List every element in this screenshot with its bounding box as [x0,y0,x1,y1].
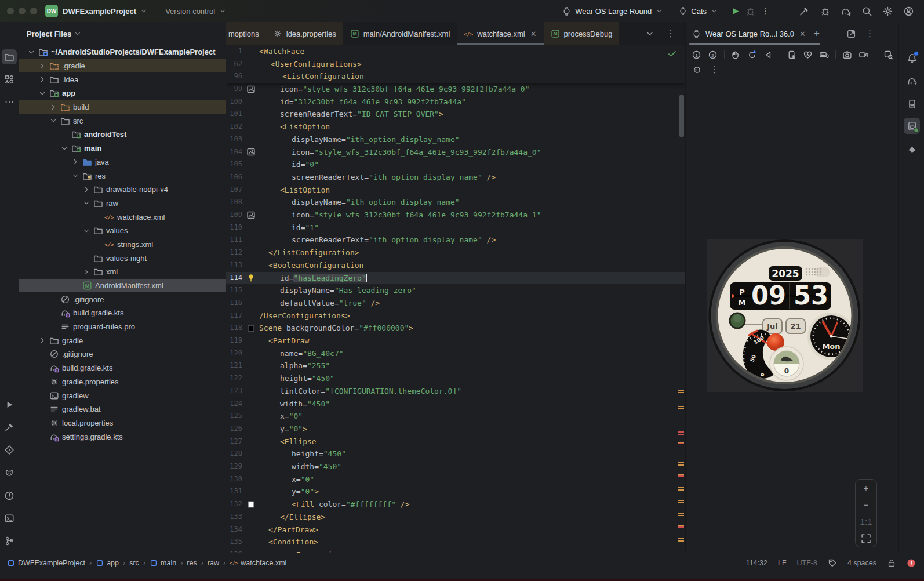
chevron-right-icon[interactable] [38,336,46,344]
chevron-down-icon[interactable] [82,227,90,235]
settings-button[interactable] [880,3,895,19]
chevron-right-icon[interactable] [38,62,46,70]
more-tools-button[interactable] [2,95,17,110]
tree-item-build.gradle.kts[interactable]: Kbuild.gradle.kts [19,306,226,320]
error-stripe-mark[interactable] [678,474,684,478]
tree-item-build.gradle.kts[interactable]: Kbuild.gradle.kts [19,361,226,375]
tree-item-build[interactable]: build [19,100,226,114]
code-editor[interactable]: 99icon="style_wfs_312c30bf_f64a_461e_9c9… [226,45,685,553]
error-indicator-icon[interactable] [907,558,916,568]
chevron-right-icon[interactable] [82,186,90,194]
tree-item-watchface.xml[interactable]: </>watchface.xml [19,210,226,224]
line-number[interactable]: 136 [226,549,242,553]
line-number[interactable]: 104 [226,146,242,159]
error-stripe-mark[interactable] [678,462,684,466]
breadcrumb-item-app[interactable]: app [96,559,119,567]
caret-position[interactable]: 114:32 [746,559,767,567]
logcat-tool-button[interactable] [2,466,17,481]
line-number[interactable]: 117 [226,310,242,322]
add-device-tab-button[interactable]: + [812,28,822,39]
encoding[interactable]: UTF-8 [797,559,817,567]
tree-item-androidstudioprojectsdwfexampleproject[interactable]: ~/AndroidStudioProjects/DWFExampleProjec… [19,45,226,59]
account-button[interactable] [901,3,916,19]
line-number[interactable]: 119 [226,335,242,347]
open-in-window-icon[interactable] [846,29,856,39]
phone-gear-button[interactable] [784,48,798,61]
editor-tab-idea.properties[interactable]: idea.properties [266,22,343,45]
tree-item-.gitignore[interactable]: .gitignore [19,292,226,306]
error-stripe-mark[interactable] [678,442,684,445]
macos-traffic-lights[interactable] [7,8,37,14]
run-tool-button[interactable] [2,397,17,412]
chevron-right-icon[interactable] [38,75,46,83]
line-number[interactable]: 103 [226,133,242,146]
tree-item-local.properties[interactable]: local.properties [19,416,226,430]
tree-item-.gradle[interactable]: .gradle [19,59,226,73]
editor-scrollbar-thumb[interactable] [679,95,684,137]
chevron-right-icon[interactable] [71,158,79,166]
line-number[interactable]: 116 [226,297,242,310]
line-number[interactable]: 100 [226,96,242,108]
chevron-right-icon[interactable] [49,103,57,111]
zoom-to-fit-button[interactable] [860,533,872,544]
line-number[interactable]: 131 [226,485,242,498]
line-number[interactable]: 126 [226,423,242,435]
emulator-screen[interactable]: 2025 P M 09 53 Jul 21 Mon [707,239,863,392]
tree-item-gradle[interactable]: gradle [19,333,226,347]
device-selector[interactable]: Wear OS Large Round [557,3,668,19]
breadcrumb-item-res[interactable]: res [187,559,197,567]
image-preview-gutter-icon[interactable] [246,210,256,220]
vcs-menu[interactable]: Version control [161,3,231,19]
chevron-down-icon[interactable] [38,89,46,97]
line-number[interactable]: 124 [226,398,242,411]
tree-item-androidtest[interactable]: androidTest [19,128,226,141]
version-control-tool-button[interactable] [2,533,17,549]
chevron-down-icon[interactable] [27,48,35,56]
close-device-tab-icon[interactable]: ✕ [799,30,806,38]
editor-tab-watchface.xml[interactable]: </>watchface.xml✕ [457,22,543,45]
zoom-in-button[interactable]: + [860,482,872,494]
line-number[interactable]: 106 [226,171,242,184]
camera-button[interactable] [840,48,854,61]
hide-panel-button[interactable]: — [883,29,892,39]
debug-bug-button[interactable] [817,3,832,19]
tree-item-app[interactable]: app [19,86,226,100]
gradle-tool-button[interactable] [904,72,920,89]
line-number[interactable]: 96 [226,70,242,83]
notifications-button[interactable] [904,50,920,66]
chevron-down-icon[interactable] [49,117,57,125]
highlighting-level-icon[interactable] [828,558,837,568]
project-menu[interactable]: DWFExampleProject [58,3,152,19]
run-configuration-selector[interactable]: Cats [674,3,723,19]
device-tab[interactable]: Wear OS Large Ro...l 36.0 ✕ [692,29,806,39]
line-number[interactable]: 125 [226,410,242,423]
close-tab-icon[interactable]: ✕ [530,30,537,38]
rotate-button[interactable] [745,48,759,61]
tree-item-raw[interactable]: raw [19,197,226,210]
error-stripe-mark[interactable] [678,390,684,393]
tree-item-res[interactable]: res [19,169,226,183]
line-number[interactable]: 105 [226,158,242,171]
tab-list-dropdown-icon[interactable] [645,29,654,38]
breadcrumb-item-raw[interactable]: raw [208,559,219,567]
line-number[interactable]: 102 [226,121,242,133]
image-preview-gutter-icon[interactable] [246,147,256,157]
editor-tab-main-androidmanifest.xml[interactable]: Mmain/AndroidManifest.xml [343,22,457,45]
video-button[interactable] [856,48,870,61]
gradle-sync-button[interactable] [838,3,853,19]
color-swatch-gutter-icon[interactable] [246,500,256,509]
chevron-right-icon[interactable] [82,268,90,276]
debug-button[interactable] [743,3,758,19]
line-number[interactable]: 134 [226,524,242,536]
line-number[interactable]: 123 [226,385,242,398]
run-button[interactable] [727,3,743,19]
zoom-actual-size-button[interactable]: 1:1 [860,516,872,528]
line-number[interactable]: 118 [226,322,242,335]
reset-button[interactable] [689,63,704,77]
intention-bulb-icon[interactable] [246,273,256,282]
tree-item-proguard-rules.pro[interactable]: proguard-rules.pro [19,320,226,334]
tree-item-gradlew.bat[interactable]: gradlew.bat [19,402,226,416]
chevron-down-icon[interactable] [82,199,90,207]
gemini-tool-button[interactable] [904,141,920,158]
line-number[interactable]: 114 [226,272,242,285]
